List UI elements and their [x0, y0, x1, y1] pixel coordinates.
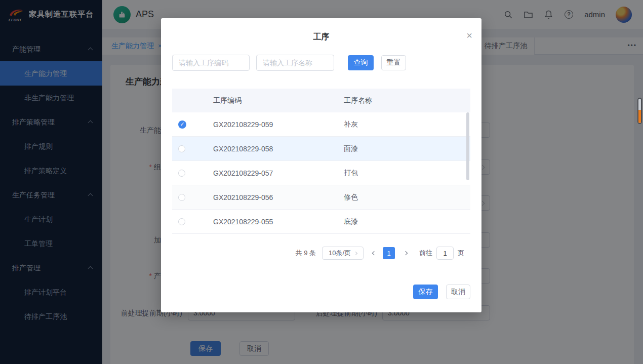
radio-selected-icon[interactable]: ✓ [178, 120, 186, 129]
radio-icon[interactable] [178, 145, 185, 152]
reset-button[interactable]: 重置 [381, 55, 406, 70]
app-root: EFORT 家具制造互联平台 产能管理 生产能力管理 非生产能力管理 排产策略管… [0, 0, 643, 364]
next-page-button[interactable] [404, 252, 407, 255]
dialog-search-bar: 查询 重置 [172, 55, 406, 71]
chevron-right-icon [354, 251, 357, 255]
page-scrollbar-thumb[interactable] [637, 98, 642, 124]
dialog-title: 工序 [161, 18, 481, 43]
goto-label: 前往 [419, 249, 432, 258]
radio-icon[interactable] [178, 218, 185, 225]
process-table: 工序编码 工序名称 ✓ GX202108229-059 补灰 GX2021082… [172, 89, 470, 236]
page-unit-label: 页 [458, 249, 464, 258]
current-page[interactable]: 1 [383, 247, 395, 259]
col-process-name: 工序名称 [344, 96, 470, 105]
page-size-select[interactable]: 10条/页 [322, 247, 364, 260]
radio-icon[interactable] [178, 170, 185, 177]
table-row[interactable]: GX202108229-057 打包 [172, 161, 470, 185]
process-picker-dialog: 工序 × 查询 重置 工序编码 工序名称 ✓ GX202108229-059 补… [161, 18, 481, 312]
table-scrollbar-thumb[interactable] [466, 112, 469, 180]
radio-icon[interactable] [178, 194, 185, 201]
table-row[interactable]: ✓ GX202108229-059 补灰 [172, 112, 470, 137]
table-header: 工序编码 工序名称 [172, 89, 470, 112]
table-row[interactable]: GX202108229-058 面漆 [172, 137, 470, 161]
prev-page-button[interactable] [373, 252, 376, 255]
table-row[interactable]: GX202108229-056 修色 [172, 185, 470, 210]
process-code-search-input[interactable] [172, 55, 250, 71]
table-row[interactable]: GX202108229-055 底漆 [172, 210, 470, 234]
pagination: 共 9 条 10条/页 1 前往 页 [161, 247, 464, 260]
dialog-cancel-button[interactable]: 取消 [446, 285, 470, 299]
total-count: 共 9 条 [296, 249, 316, 258]
query-button[interactable]: 查询 [348, 55, 374, 70]
goto-page-input[interactable] [436, 247, 454, 260]
col-process-code: 工序编码 [213, 96, 344, 105]
dialog-save-button[interactable]: 保存 [413, 285, 438, 299]
close-icon[interactable]: × [466, 30, 472, 41]
process-name-search-input[interactable] [256, 55, 334, 71]
